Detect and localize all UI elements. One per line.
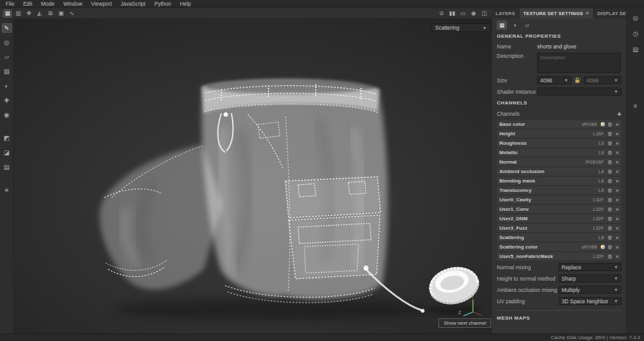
effects-tool-icon[interactable]: ◩ [2, 133, 12, 143]
channel-remove-icon[interactable]: × [616, 150, 619, 156]
material-sphere-icon[interactable]: ◑ [509, 21, 519, 30]
paint-grid-icon[interactable]: ▦ [3, 9, 12, 18]
tile-horizontal-icon[interactable]: ⊞ [46, 9, 55, 18]
menu-item-python[interactable]: Python [150, 1, 175, 7]
polygon-fill-tool-icon[interactable]: ▨ [2, 67, 12, 76]
add-channel-button[interactable]: + [618, 110, 621, 118]
texture-set-list-icon[interactable]: ▦ [497, 21, 507, 30]
projection-tool-icon[interactable]: ▱ [2, 52, 12, 62]
channel-remove-icon[interactable]: × [616, 235, 619, 241]
channel-remove-icon[interactable]: × [616, 244, 619, 250]
tooltip-show-next-channel: Show next channel [438, 318, 491, 328]
description-input[interactable]: Description [537, 53, 621, 73]
channel-row: MetallicL8⚙× [497, 148, 621, 157]
channels-list-label: Channels [497, 111, 537, 117]
properties-icon[interactable]: ≡ [631, 101, 641, 111]
name-value[interactable]: shorts and glove [537, 43, 576, 50]
channel-settings-icon[interactable]: ⚙ [608, 159, 613, 165]
channel-settings-icon[interactable]: ⚙ [608, 140, 613, 147]
mirror-icon[interactable]: ◭ [35, 9, 44, 18]
menu-item-help[interactable]: Help [175, 1, 195, 7]
channel-settings-icon[interactable]: ⚙ [608, 235, 613, 241]
channel-settings-icon[interactable]: ⚙ [608, 187, 613, 194]
fill-grid-icon[interactable]: ▥ [14, 9, 23, 18]
ao-mixing-dropdown[interactable]: Multiply ▼ [558, 286, 621, 294]
channel-remove-icon[interactable]: × [616, 169, 619, 175]
menu-item-window[interactable]: Window [59, 1, 87, 7]
channel-settings-icon[interactable]: ⚙ [608, 169, 613, 175]
channel-row: User3_FuzzL32F⚙× [497, 224, 621, 232]
shader-instance-dropdown[interactable]: ▼ [537, 87, 621, 96]
channel-remove-icon[interactable]: × [616, 178, 619, 184]
channel-remove-icon[interactable]: × [616, 159, 619, 165]
channel-settings-icon[interactable]: ⚙ [608, 244, 613, 250]
channel-remove-icon[interactable]: × [616, 254, 619, 260]
menu-item-mode[interactable]: Mode [36, 1, 58, 7]
ao-mixing-label: Ambient occlusion mixing [497, 287, 557, 293]
channel-remove-icon[interactable]: × [616, 131, 619, 137]
menu-item-viewport[interactable]: Viewport [87, 1, 116, 7]
close-tab-icon[interactable]: × [586, 10, 589, 16]
uv-padding-dropdown[interactable]: 3D Space Neighbor ▼ [558, 297, 621, 305]
chevron-down-icon: ▼ [482, 26, 487, 30]
channel-settings-icon[interactable]: ⚙ [608, 206, 613, 213]
lazy-mouse-icon[interactable]: ∿ [67, 9, 76, 18]
no-symbol-icon[interactable]: ⊘ [437, 9, 446, 18]
texture-set-settings-panel: LAYERSTEXTURE SET SETTINGS×DISPLAY SETTI… [492, 8, 626, 333]
channel-format: L32F [593, 216, 604, 221]
tab-label: TEXTURE SET SETTINGS [523, 11, 583, 16]
history-icon[interactable]: ◷ [631, 29, 641, 38]
application-window: FileEditModeWindowViewportJavaScriptPyth… [0, 0, 644, 341]
tile-vertical-icon[interactable]: ▣ [57, 9, 65, 18]
uv-chunk-fill-icon[interactable]: ▤ [2, 162, 12, 172]
channel-settings-icon[interactable]: ⚙ [608, 178, 613, 184]
channel-remove-icon[interactable]: × [616, 216, 619, 222]
menu-item-javascript[interactable]: JavaScript [116, 1, 150, 7]
channel-settings-icon[interactable]: ⚙ [608, 121, 613, 128]
display-settings-icon[interactable]: ◎ [631, 13, 641, 23]
channel-remove-icon[interactable]: × [616, 206, 619, 213]
normal-mixing-dropdown[interactable]: Replace ▼ [558, 263, 621, 271]
axis-gizmo[interactable]: Y Z [458, 293, 486, 320]
channel-settings-icon[interactable]: ⚙ [608, 150, 613, 156]
paint-tool-icon[interactable]: ✎ [2, 23, 12, 33]
size-dropdown[interactable]: 4096 ▼ [537, 76, 572, 84]
menu-item-edit[interactable]: Edit [19, 1, 37, 7]
size-label: Size [497, 77, 537, 84]
geometry-mask-tool-icon[interactable]: ◪ [2, 148, 12, 157]
chevron-down-icon: ▼ [614, 288, 618, 292]
clone-tool-icon[interactable]: ✚ [2, 96, 12, 105]
viewport-3d-scene[interactable] [14, 19, 492, 333]
channel-settings-icon[interactable]: ⚙ [608, 131, 613, 137]
smudge-tool-icon[interactable]: ◐ [2, 81, 12, 91]
viewport-channel-dropdown[interactable]: Scattering ▼ [431, 23, 491, 32]
channel-settings-icon[interactable]: ⚙ [608, 225, 613, 232]
channel-remove-icon[interactable]: × [616, 121, 619, 128]
channel-settings-icon[interactable]: ⚙ [608, 197, 613, 203]
uv-transform-icon[interactable]: ▱ [522, 21, 532, 30]
channel-settings-icon[interactable]: ⚙ [608, 254, 613, 260]
video-capture-icon[interactable]: ◉ [469, 9, 478, 18]
shelf-icon[interactable]: ▤ [631, 45, 641, 54]
channel-remove-icon[interactable]: × [616, 140, 619, 147]
channel-settings-icon[interactable]: ⚙ [608, 216, 613, 222]
height-method-dropdown[interactable]: Sharp ▼ [558, 274, 621, 282]
channel-name: Scattering color [499, 244, 582, 250]
viewport-3d[interactable]: Scattering ▼ Y Z Show next channel [14, 19, 492, 333]
ao-mixing-value: Multiply [562, 287, 580, 293]
pause-engine-icon[interactable]: ▮▮ [448, 9, 457, 18]
eraser-tool-icon[interactable]: ◎ [2, 38, 12, 47]
channel-remove-icon[interactable]: × [616, 225, 619, 232]
channel-name: Blending mask [499, 178, 599, 184]
symmetry-icon[interactable]: ✥ [25, 9, 33, 18]
size-lock-button[interactable] [574, 76, 582, 84]
menu-item-file[interactable]: File [1, 1, 19, 7]
channel-remove-icon[interactable]: × [616, 197, 619, 203]
comment-icon[interactable]: ▭ [458, 9, 467, 18]
tab-layers[interactable]: LAYERS [492, 8, 519, 18]
particles-tool-icon[interactable]: ✳ [2, 186, 12, 195]
tab-texture-set-settings[interactable]: TEXTURE SET SETTINGS× [519, 8, 593, 18]
material-picker-tool-icon[interactable]: ◉ [2, 110, 12, 120]
screenshot-camera-icon[interactable]: ◫ [480, 9, 489, 18]
channel-remove-icon[interactable]: × [616, 187, 619, 194]
